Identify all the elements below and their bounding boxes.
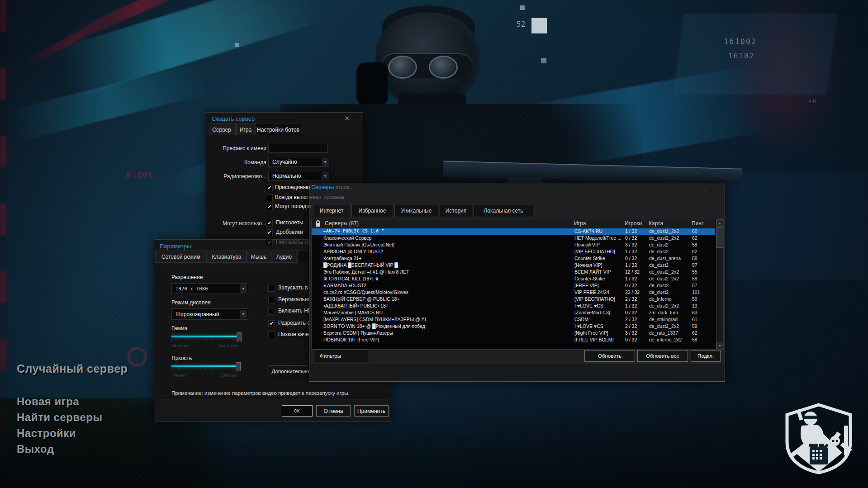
server-row[interactable]: Элитный Паблик [Cs-Unreal.Net]Ночной VIP… [312,242,715,249]
bot-option-checkbox-0[interactable]: ✔ [266,185,273,191]
bot-option-label-2: Могут попадат [275,203,312,209]
tab-create-1[interactable]: Игра [236,123,255,136]
server-row[interactable]: •АДЕКВАТНЫЙ• PUBLIC• 18+I ♥LOVE ♥CS1 / 3… [312,303,715,310]
soldier-goggle-lens [429,56,458,79]
cancel-button[interactable]: Отмена [316,405,351,417]
apply-button[interactable]: Применить [354,405,389,417]
server-players: 0 / 32 [625,310,648,315]
server-game: ВСЕМ ЛАЙТ VIP [574,269,623,275]
scroll-down-icon[interactable]: ▼ [716,342,723,349]
server-row[interactable]: НОВИЧОК 18+ [Free VIP][FREE VIP ВСЕМ]0 /… [312,337,715,344]
server-name: Берлога CSDM | Пушки-Лазеры [323,330,571,336]
tab-browser-3[interactable]: История [440,204,472,217]
column-map[interactable]: Карта [649,220,663,227]
bot-option-checkbox-2[interactable]: ✔ [266,204,273,210]
server-row[interactable]: █РОДИНА █БЕСПЛАТНЫЙ VIP █[Ночная VIP]1 /… [312,262,715,269]
game-logo [783,402,855,474]
rifle-body [443,161,742,185]
server-row[interactable]: [MAXPLAYERS] CSDM ПУШКИ+ЛАЗЕРЫ @ #1CSDM2… [312,317,715,323]
tab-settings-0[interactable]: Сетевой режим [155,251,207,263]
settings-note: Примечание: изменение параметров видео п… [171,390,350,396]
soldier-goggle-lens [388,56,417,79]
ok-button[interactable]: ОК [282,405,313,417]
settings-checkbox-1[interactable] [268,297,275,303]
menu-item-2[interactable]: Новая игра [17,395,79,408]
close-icon[interactable]: ✕ [708,186,714,194]
server-row[interactable]: BORN TO WIN 18+ @ █Рожденный для победI … [312,323,715,330]
tab-settings-1[interactable]: Клавиатура [207,251,247,263]
server-map: de_inferno [649,296,691,302]
server-game: CS-AK74.RU [574,228,623,234]
tab-browser-2[interactable]: Уникальные [394,204,438,217]
scrollbar[interactable]: ▲ ▼ [716,219,724,350]
server-name: •АДЕКВАТНЫЙ• PUBLIC• 18+ [323,303,571,308]
server-map: de_inferno_2x2 [649,337,691,342]
server-row[interactable]: MarvelZombie | MARCS.RU[ZombieMod 4.3]0 … [312,310,715,317]
server-row[interactable]: ВАЖНЫЙ СЕРВЕР @ PUBLIC 18+[VIP БЕСПЛАТНО… [312,296,715,303]
menu-item-3[interactable]: Найти серверы [17,411,102,424]
menu-item-4[interactable]: Настройки [17,427,76,440]
weapon-checkbox-1[interactable]: ✔ [266,229,273,236]
server-name: Классический Сервер [323,235,571,241]
settings-checkbox-0[interactable] [268,285,275,292]
menu-item-5[interactable]: Выход [17,443,54,455]
column-servers[interactable]: Серверы (87) [325,220,359,227]
column-players[interactable]: Игроки [625,220,642,227]
server-row[interactable]: АРИЗОНА @ ONLY DUST2[VIP БЕСПЛАТНО]1 / 3… [312,249,715,256]
tab-create-2[interactable]: Настройки ботов [255,123,301,136]
bg-pixel [520,5,525,10]
brightness-ticks [171,369,240,371]
column-ping[interactable]: Пинг [692,220,703,227]
brightness-slider-track[interactable] [171,365,240,367]
weapon-checkbox-2[interactable]: ✔ [266,239,273,246]
refresh-button[interactable]: Обновить [584,350,635,362]
tab-browser-4[interactable]: Локальная сеть [474,204,533,217]
weapon-checkbox-0[interactable]: ✔ [266,220,273,227]
server-map: de_dust2_2x2 [649,269,691,275]
tab-settings-2[interactable]: Мышь [247,251,271,263]
tab-settings-3[interactable]: Аудио [271,251,297,263]
server-map: de_dust2 [649,249,691,254]
server-game: НЕТ Моделей/Free ... [574,235,623,241]
tab-create-0[interactable]: Сервер [208,123,236,136]
voice-dropdown[interactable]: Нормально ▼ [268,171,330,181]
display-mode-dropdown[interactable]: Широкоэкранный ▼ [171,308,248,320]
scroll-up-icon[interactable]: ▲ [716,219,723,227]
column-game[interactable]: Игра [574,220,586,227]
team-label: Команда [208,159,266,166]
server-row[interactable]: ♛ CRITICAL KILL [18+] ♛Counter-Strike1 /… [312,276,715,283]
chevron-down-icon[interactable]: ▼ [322,158,329,166]
bot-option-dim-text: ат [306,203,312,209]
tab-browser-1[interactable]: Избранное [351,204,393,217]
menu-item-1[interactable]: Случайный сервер [17,362,128,375]
settings-checkbox-2[interactable] [268,308,275,315]
chevron-down-icon[interactable]: ▼ [240,284,247,293]
chevron-down-icon[interactable]: ▼ [240,310,247,318]
close-icon[interactable]: ✕ [344,114,350,123]
settings-checkbox-3[interactable]: ✔ [268,320,275,327]
team-dropdown[interactable]: Случайно ▼ [268,157,330,167]
advanced-button[interactable]: Дополнительно [269,365,312,377]
gamma-slider-track[interactable] [171,336,240,337]
tab-browser-0[interactable]: Интернет [313,204,350,217]
filters-button[interactable]: Фильтры [315,350,368,362]
server-row[interactable]: ►AK-74 PUBLIC CS 1.6 ™CS-AK74.RU1 / 32de… [312,228,715,235]
server-players: 1 / 32 [625,276,648,281]
settings-checkbox-4[interactable] [268,332,275,338]
server-row[interactable]: ♠ ARMADA ♠DUST2[FREE VIP]0 / 32de_dust25… [312,283,715,289]
gamma-ticks [171,339,240,341]
prefix-input[interactable] [268,143,327,153]
chevron-down-icon[interactable]: ▼ [322,172,329,180]
server-row[interactable]: cs.cs2.ro #CSGO/Quest/Molotov/GlovesVIP … [312,289,715,296]
scroll-thumb[interactable] [716,227,723,248]
server-row[interactable]: Классический СерверНЕТ Моделей/Free ...0… [312,235,715,242]
connect-button[interactable]: Подкл. [691,350,721,362]
server-row[interactable]: Берлога CSDM | Пушки-Лазеры[Night Free V… [312,330,715,337]
resolution-dropdown[interactable]: 1920 x 1080 ▼ [171,283,248,294]
bot-option-checkbox-1[interactable] [266,194,273,201]
server-row[interactable]: Контрабанда 21+Counter-Strike0 / 32de_du… [312,256,715,262]
server-name: [MAXPLAYERS] CSDM ПУШКИ+ЛАЗЕРЫ @ #1 [323,317,571,322]
server-ping: 58 [692,337,710,342]
refresh-all-button[interactable]: Обновить все [637,350,688,362]
server-row[interactable]: Это Паблик, Детка! =) #1 @ Нам 8 ЛЕТВСЕМ… [312,269,715,276]
